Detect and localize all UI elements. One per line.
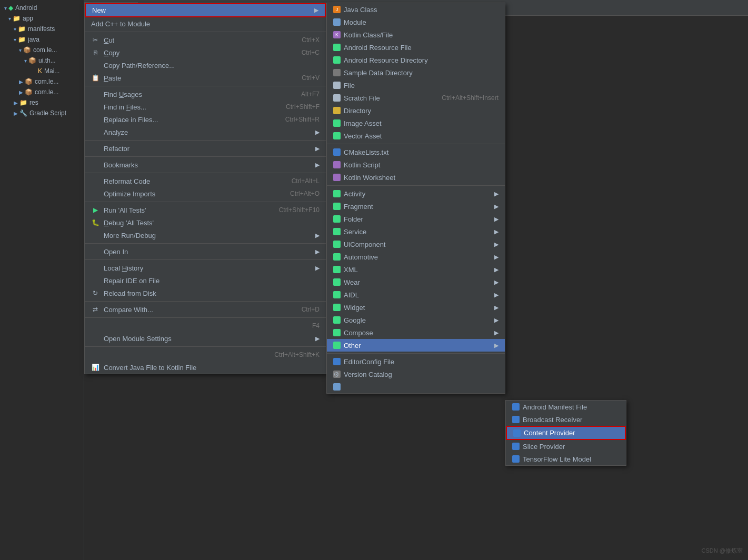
menu-item-copy-path[interactable]: Copy Path/Reference... xyxy=(85,59,326,72)
menu-item-analyze[interactable]: Analyze ▶ xyxy=(85,126,326,138)
menu-item-resource-bundle[interactable]: EditorConfig File xyxy=(327,355,505,368)
menu-item-local-history[interactable]: Local History ▶ xyxy=(85,262,326,274)
menu-item-optimize[interactable]: Optimize Imports Ctrl+Alt+O xyxy=(85,187,326,200)
folder-icon: 📁 xyxy=(18,25,26,33)
menu-item-mark-dir[interactable]: Open Module Settings ▶ xyxy=(85,332,326,345)
folder-sub-arrow: ▶ xyxy=(494,216,498,223)
menu-item-directory[interactable]: Directory xyxy=(327,104,505,117)
menu-item-reload[interactable]: ↻ Reload from Disk xyxy=(85,287,326,299)
menu-item-image-asset[interactable]: Image Asset xyxy=(327,117,505,129)
menu-item-open-in[interactable]: Open In ▶ xyxy=(85,245,326,258)
menu-item-compare[interactable]: ⇄ Compare With... Ctrl+D xyxy=(85,303,326,316)
menu-item-run[interactable]: ▶ Run 'All Tests' Ctrl+Shift+F10 xyxy=(85,204,326,216)
menu-item-new[interactable]: New ▶ xyxy=(85,3,326,17)
reload-icon: ↻ xyxy=(91,289,99,297)
menu-item-copy[interactable]: ⎘ Copy Ctrl+C xyxy=(85,46,326,59)
menu-item-android-res-file[interactable]: Android Resource File xyxy=(327,41,505,54)
menu-item-java-class[interactable]: J Java Class xyxy=(327,3,505,16)
menu-item-android-manifest[interactable]: Android Manifest File xyxy=(506,401,626,413)
menu-item-reformat[interactable]: Reformat Code Ctrl+Alt+L xyxy=(85,175,326,187)
cut-label: Cut xyxy=(104,36,114,44)
menu-item-find-usages[interactable]: Find Usages Alt+F7 xyxy=(85,88,326,101)
separator xyxy=(85,243,326,244)
bookmarks-arrow: ▶ xyxy=(315,162,320,168)
sidebar-item-com3[interactable]: ▶ 📦 com.le... xyxy=(0,87,84,97)
sidebar-item-gradle[interactable]: ▶ 🔧 Gradle Script xyxy=(0,108,84,118)
automotive-icon xyxy=(333,253,341,261)
menu-item-broadcast-receiver[interactable]: Broadcast Receiver xyxy=(506,413,626,426)
sidebar-item-main[interactable]: K Mai... xyxy=(0,66,84,76)
menu-item-kotlin-worksheet[interactable]: Kotlin Worksheet xyxy=(327,171,505,184)
menu-item-find-files[interactable]: Find in Files... Ctrl+Shift+F xyxy=(85,101,326,113)
menu-item-editorconfig[interactable]: ⚙ Version Catalog xyxy=(327,368,505,381)
menu-item-debug[interactable]: 🐛 Debug 'All Tests' xyxy=(85,216,326,229)
menu-item-analyze-deps[interactable]: 📊 Convert Java File to Kotlin File xyxy=(85,361,326,374)
folder-icon: 📁 xyxy=(18,36,26,43)
menu-item-kotlin-script[interactable]: Kotlin Script xyxy=(327,158,505,171)
sidebar-item-android[interactable]: ▾ ◆ Android xyxy=(0,3,84,13)
analyze-label: Analyze xyxy=(104,128,128,136)
menu-item-module[interactable]: Module xyxy=(327,16,505,28)
sidebar-item-manifests[interactable]: ▾ 📁 manifests xyxy=(0,24,84,34)
menu-item-service[interactable]: Service ▶ xyxy=(327,225,505,238)
menu-item-cmake[interactable]: CMakeLists.txt xyxy=(327,146,505,158)
menu-item-compose[interactable]: Compose ▶ xyxy=(327,326,505,339)
menu-item-refactor[interactable]: Refactor ▶ xyxy=(85,142,326,155)
expand-icon: ▾ xyxy=(14,37,16,43)
sidebar-item-res[interactable]: ▶ 📁 res xyxy=(0,97,84,108)
menu-item-file[interactable]: File xyxy=(327,79,505,92)
replace-shortcut: Ctrl+Shift+R xyxy=(285,116,320,123)
expand-icon: ▶ xyxy=(14,100,18,106)
menu-item-fragment[interactable]: Fragment ▶ xyxy=(327,200,505,213)
menu-item-activity[interactable]: Activity ▶ xyxy=(327,187,505,200)
expand-icon: ▾ xyxy=(19,47,22,53)
menu-item-vector-asset[interactable]: Vector Asset xyxy=(327,129,505,142)
expand-icon: ▶ xyxy=(19,89,23,95)
menu-item-more-run[interactable]: More Run/Debug ▶ xyxy=(85,229,326,242)
refactor-label: Refactor xyxy=(104,145,129,153)
refactor-arrow: ▶ xyxy=(315,145,320,152)
menu-item-module-settings[interactable]: F4 xyxy=(85,319,326,332)
menu-item-android-res-dir[interactable]: Android Resource Directory xyxy=(327,54,505,66)
sidebar-item-java[interactable]: ▾ 📁 java xyxy=(0,34,84,45)
local-history-label: Local History xyxy=(104,264,143,272)
menu-item-aidl[interactable]: AIDL ▶ xyxy=(327,288,505,301)
activity-icon xyxy=(333,190,341,197)
menu-item-google[interactable]: Google ▶ xyxy=(327,314,505,326)
android-res-dir-label: Android Resource Directory xyxy=(344,56,428,64)
menu-item-other[interactable]: Other ▶ xyxy=(327,339,505,352)
menu-item-bookmarks[interactable]: Bookmarks ▶ xyxy=(85,158,326,171)
sidebar-label-res: res xyxy=(29,99,38,106)
menu-item-slice-provider[interactable]: Slice Provider xyxy=(506,440,626,453)
separator xyxy=(85,202,326,202)
kotlin-worksheet-icon xyxy=(333,174,341,181)
sidebar-item-app[interactable]: ▾ 📁 app xyxy=(0,13,84,24)
menu-item-paste[interactable]: 📋 Paste Ctrl+V xyxy=(85,72,326,84)
menu-item-kotlin-class[interactable]: K Kotlin Class/File xyxy=(327,28,505,41)
package-icon: 📦 xyxy=(23,46,31,54)
menu-item-ui-component[interactable]: UiComponent ▶ xyxy=(327,238,505,251)
menu-item-xml[interactable]: XML ▶ xyxy=(327,263,505,276)
module-settings-shortcut: F4 xyxy=(312,322,320,329)
menu-item-scratch[interactable]: Scratch File Ctrl+Alt+Shift+Insert xyxy=(327,92,505,104)
menu-item-replace[interactable]: Replace in Files... Ctrl+Shift+R xyxy=(85,113,326,126)
menu-item-cut[interactable]: ✂ Cut Ctrl+X xyxy=(85,34,326,46)
menu-item-automotive[interactable]: Automotive ▶ xyxy=(327,251,505,263)
wear-label: Wear xyxy=(344,278,360,286)
menu-item-content-provider[interactable]: Content Provider xyxy=(506,426,626,440)
menu-item-folder[interactable]: Folder ▶ xyxy=(327,213,505,225)
menu-item-tensorflow[interactable]: TensorFlow Lite Model xyxy=(506,453,626,465)
menu-item-repair[interactable]: Repair IDE on File xyxy=(85,274,326,287)
menu-item-version-catalog[interactable] xyxy=(327,381,505,393)
menu-item-widget[interactable]: Widget ▶ xyxy=(327,301,505,314)
expand-icon: ▾ xyxy=(24,58,27,64)
sidebar-item-com1[interactable]: ▾ 📦 com.le... xyxy=(0,45,84,55)
menu-item-convert-kotlin[interactable]: Ctrl+Alt+Shift+K xyxy=(85,348,326,361)
separator xyxy=(85,346,326,347)
menu-item-sample-data[interactable]: Sample Data Directory xyxy=(327,66,505,79)
sidebar-item-com2[interactable]: ▶ 📦 com.le... xyxy=(0,76,84,87)
menu-item-wear[interactable]: Wear ▶ xyxy=(327,276,505,288)
sidebar-item-ui[interactable]: ▾ 📦 ui.th... xyxy=(0,55,84,66)
menu-item-add-cpp[interactable]: Add C++ to Module xyxy=(85,17,326,30)
context-menu-level3: Android Manifest File Broadcast Receiver… xyxy=(505,400,626,466)
